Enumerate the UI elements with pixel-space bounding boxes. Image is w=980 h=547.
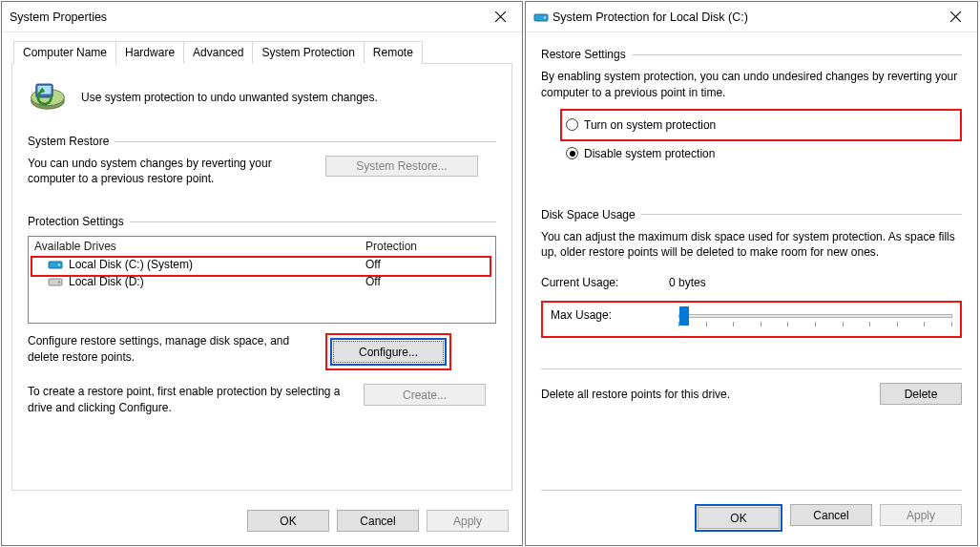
apply-button[interactable]: Apply: [880, 504, 962, 526]
close-button[interactable]: [479, 3, 522, 32]
restore-settings-heading: Restore Settings: [541, 48, 626, 61]
titlebar[interactable]: System Protection for Local Disk (C:): [526, 2, 977, 32]
tab-advanced[interactable]: Advanced: [183, 41, 253, 64]
titlebar[interactable]: System Properties: [2, 2, 522, 32]
tab-computer-name[interactable]: Computer Name: [13, 41, 116, 64]
configure-text: Configure restore settings, manage disk …: [28, 333, 314, 364]
close-icon: [950, 11, 961, 22]
ok-button[interactable]: OK: [698, 507, 780, 529]
configure-button[interactable]: Configure...: [333, 341, 444, 363]
tab-hardware[interactable]: Hardware: [115, 41, 184, 64]
system-restore-heading: System Restore: [28, 135, 109, 148]
divider: [541, 368, 962, 369]
divider: [115, 141, 496, 142]
radio-label: Disable system protection: [584, 147, 715, 160]
table-row[interactable]: Local Disk (D:) Off: [29, 273, 495, 290]
divider: [541, 490, 962, 491]
max-usage-slider[interactable]: [678, 314, 952, 318]
create-text: To create a restore point, first enable …: [28, 384, 352, 414]
dialog-title: System Protection for Local Disk (C:): [553, 11, 934, 24]
tab-panel: Use system protection to undo unwanted s…: [11, 64, 512, 491]
tab-system-protection[interactable]: System Protection: [252, 41, 364, 64]
create-button[interactable]: Create...: [364, 384, 486, 406]
close-button[interactable]: [934, 3, 977, 32]
radio-checked-icon: [566, 147, 578, 159]
drive-protection: Off: [365, 275, 490, 288]
dialog-footer: OK Cancel Apply: [541, 504, 962, 539]
radio-turn-on-protection[interactable]: Turn on system protection: [566, 116, 719, 134]
system-properties-dialog: System Properties Computer Name Hardware…: [1, 1, 523, 546]
drives-list[interactable]: Available Drives Protection Local Disk (…: [28, 236, 496, 324]
divider: [641, 214, 962, 215]
svg-point-5: [58, 264, 60, 266]
drive-icon: [48, 275, 63, 288]
slider-thumb[interactable]: [679, 306, 689, 326]
dialog-footer: OK Cancel Apply: [2, 498, 522, 545]
highlight-box: Turn on system protection: [560, 109, 962, 141]
slider-ticks: [678, 322, 952, 326]
system-protection-config-dialog: System Protection for Local Disk (C:) Re…: [525, 1, 978, 546]
svg-point-9: [544, 16, 546, 18]
ok-button[interactable]: OK: [247, 510, 329, 532]
restore-settings-text: By enabling system protection, you can u…: [541, 69, 962, 101]
disk-space-text: You can adjust the maximum disk space us…: [541, 229, 962, 262]
close-icon: [495, 11, 506, 22]
system-protection-icon: [28, 77, 68, 117]
max-usage-label: Max Usage:: [551, 308, 656, 322]
drive-protection: Off: [365, 258, 490, 271]
radio-unchecked-icon: [566, 118, 578, 131]
delete-text: Delete all restore points for this drive…: [541, 388, 880, 401]
drive-icon: [533, 10, 549, 25]
drive-name: Local Disk (C:) (System): [69, 258, 193, 271]
tab-remote[interactable]: Remote: [364, 41, 423, 64]
intro-text: Use system protection to undo unwanted s…: [81, 91, 378, 104]
divider: [632, 54, 962, 55]
drives-header: Available Drives Protection: [29, 237, 495, 256]
highlight-box: Configure...: [325, 333, 451, 370]
drive-name: Local Disk (D:): [69, 275, 144, 288]
apply-button[interactable]: Apply: [427, 510, 509, 532]
protection-settings-heading: Protection Settings: [28, 215, 124, 228]
table-row[interactable]: Local Disk (C:) (System) Off: [29, 256, 495, 273]
system-restore-button[interactable]: System Restore...: [325, 156, 478, 177]
divider: [130, 221, 496, 222]
radio-disable-protection[interactable]: Disable system protection: [566, 145, 962, 162]
current-usage-label: Current Usage:: [541, 276, 646, 289]
col-protection: Protection: [365, 240, 490, 253]
system-restore-text: You can undo system changes by reverting…: [28, 156, 314, 186]
tabs-row: Computer Name Hardware Advanced System P…: [11, 40, 512, 64]
svg-point-7: [58, 282, 60, 284]
highlight-box: Max Usage:: [541, 301, 962, 338]
col-available-drives: Available Drives: [34, 240, 365, 253]
radio-label: Turn on system protection: [584, 118, 716, 132]
delete-button[interactable]: Delete: [880, 383, 962, 405]
current-usage-value: 0 bytes: [669, 276, 706, 289]
dialog-title: System Properties: [10, 11, 479, 24]
cancel-button[interactable]: Cancel: [337, 510, 419, 532]
disk-space-heading: Disk Space Usage: [541, 208, 636, 221]
drive-icon: [48, 258, 63, 271]
cancel-button[interactable]: Cancel: [790, 504, 872, 526]
